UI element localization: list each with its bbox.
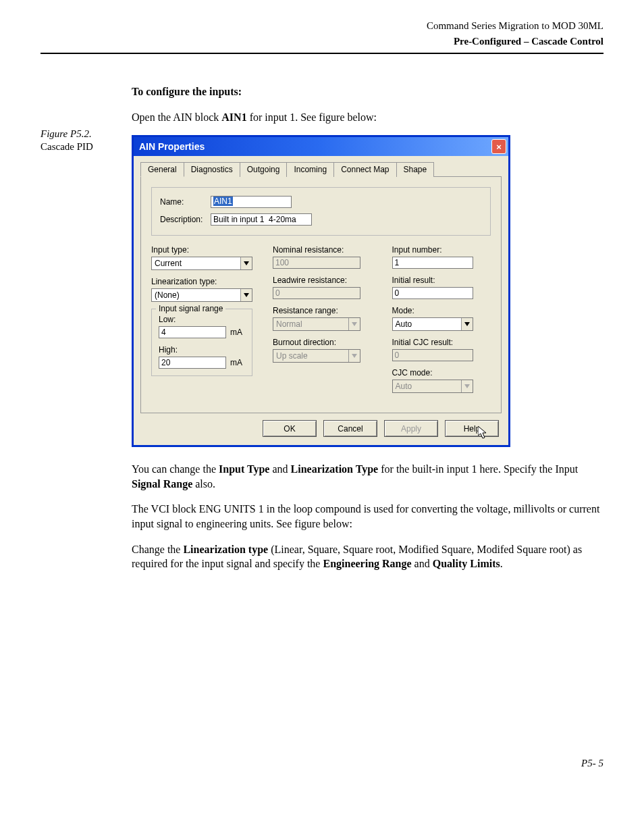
label-input-type: Input type: xyxy=(151,245,252,255)
label-initial-cjc-result: Initial CJC result: xyxy=(392,338,491,347)
input-high[interactable] xyxy=(159,357,226,369)
label-description: Description: xyxy=(160,215,211,224)
tab-incoming[interactable]: Incoming xyxy=(286,162,334,177)
input-nominal-resistance xyxy=(273,257,360,269)
paragraph-vci-block: The VCI block ENG UNITS 1 in the loop co… xyxy=(132,502,603,531)
label-leadwire-resistance: Leadwire resistance: xyxy=(273,276,372,285)
doc-header-subtitle: Pre-Configured – Cascade Control xyxy=(41,36,603,47)
unit-high: mA xyxy=(230,358,242,367)
input-leadwire-resistance xyxy=(273,287,360,299)
input-initial-cjc-result xyxy=(392,349,473,361)
label-input-number: Input number: xyxy=(392,245,491,255)
section-heading: To configure the inputs: xyxy=(132,86,242,97)
close-icon: × xyxy=(496,142,502,152)
apply-button: Apply xyxy=(384,420,438,437)
label-low: Low: xyxy=(159,315,245,324)
tab-strip: General Diagnostics Outgoing Incoming Co… xyxy=(134,156,508,176)
header-rule xyxy=(41,53,603,54)
select-input-type[interactable]: Current xyxy=(151,257,252,270)
select-burnout-direction: Up scale xyxy=(273,349,360,363)
select-cjc-mode: Auto xyxy=(392,380,473,393)
label-name: Name: xyxy=(160,197,211,207)
label-resistance-range: Resistance range: xyxy=(273,306,372,315)
figure-label: Figure P5.2. xyxy=(41,128,132,140)
label-burnout-direction: Burnout direction: xyxy=(273,338,372,347)
tab-general[interactable]: General xyxy=(140,162,184,177)
help-button[interactable]: Help xyxy=(445,420,499,437)
page-number: P5- 5 xyxy=(41,758,603,769)
tab-diagnostics[interactable]: Diagnostics xyxy=(184,162,240,177)
input-initial-result[interactable] xyxy=(392,287,473,299)
ok-button[interactable]: OK xyxy=(263,420,317,437)
unit-low: mA xyxy=(230,328,242,337)
label-high: High: xyxy=(159,345,245,355)
chevron-down-icon xyxy=(240,289,252,301)
chevron-down-icon xyxy=(348,350,360,362)
paragraph-change-input-type: You can change the Input Type and Linear… xyxy=(132,462,603,491)
chevron-down-icon xyxy=(348,318,360,330)
chevron-down-icon xyxy=(461,318,473,330)
dialog-titlebar[interactable]: AIN Properties × xyxy=(134,137,508,156)
label-cjc-mode: CJC mode: xyxy=(392,368,491,377)
input-input-number[interactable] xyxy=(392,257,473,269)
label-linearization-type: Linearization type: xyxy=(151,277,252,286)
close-button[interactable]: × xyxy=(491,139,506,154)
ain-properties-dialog: AIN Properties × General Diagnostics Out… xyxy=(132,135,510,447)
tab-shape[interactable]: Shape xyxy=(396,162,435,177)
select-resistance-range: Normal xyxy=(273,317,360,331)
chevron-down-icon xyxy=(240,257,252,269)
figure-caption: Cascade PID xyxy=(41,141,132,153)
label-mode: Mode: xyxy=(392,306,491,315)
dialog-title: AIN Properties xyxy=(139,141,205,152)
input-description[interactable] xyxy=(211,213,312,226)
select-mode[interactable]: Auto xyxy=(392,317,473,331)
tab-panel-general: Name: AIN1 Description: Input type: xyxy=(140,176,502,413)
open-block-text: Open the AIN block AIN1 for input 1. See… xyxy=(132,110,603,125)
label-initial-result: Initial result: xyxy=(392,276,491,285)
doc-header-title: Command Series Migration to MOD 30ML xyxy=(41,20,603,32)
chevron-down-icon xyxy=(461,380,473,392)
tab-connect-map[interactable]: Connect Map xyxy=(333,162,396,177)
label-nominal-resistance: Nominal resistance: xyxy=(273,245,372,255)
paragraph-change-lin-type: Change the Linearization type (Linear, S… xyxy=(132,542,603,571)
cancel-button[interactable]: Cancel xyxy=(323,420,377,437)
legend-input-signal-range: Input signal range xyxy=(156,304,225,313)
tab-outgoing[interactable]: Outgoing xyxy=(240,162,288,177)
input-low[interactable] xyxy=(159,326,226,338)
select-linearization-type[interactable]: (None) xyxy=(151,288,252,302)
input-name[interactable]: AIN1 xyxy=(211,196,292,208)
